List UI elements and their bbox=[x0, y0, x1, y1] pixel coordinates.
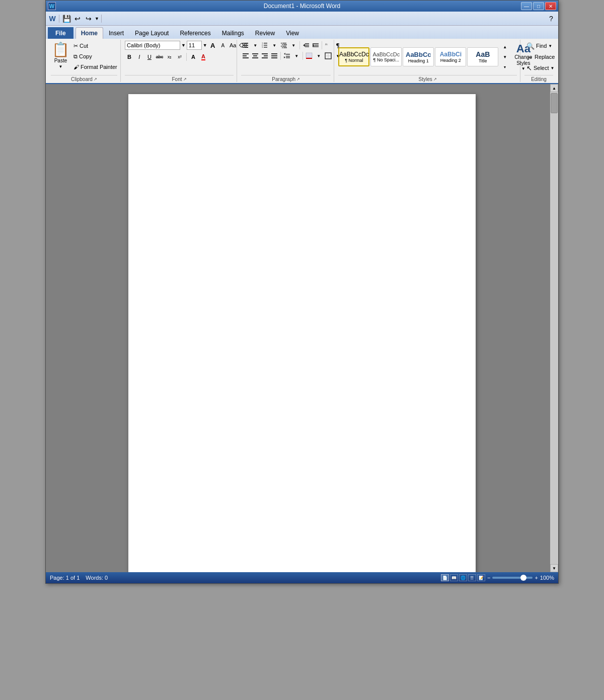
font-expand-icon[interactable]: ↗ bbox=[183, 77, 187, 82]
save-button[interactable]: 💾 bbox=[61, 14, 71, 24]
strikethrough-button[interactable]: abc bbox=[155, 52, 164, 61]
help-icon[interactable]: ? bbox=[546, 14, 556, 24]
sort-button[interactable]: A↑ bbox=[324, 41, 333, 50]
paragraph-group: ▼ 1.2.3. ▼ ▼ bbox=[238, 40, 334, 82]
gallery-down-button[interactable]: ▼ bbox=[500, 52, 509, 61]
align-center-button[interactable] bbox=[251, 51, 260, 60]
zoom-bar: − + 100% bbox=[487, 575, 554, 581]
style-heading1[interactable]: AaBbCc Heading 1 bbox=[403, 47, 434, 66]
tab-references[interactable]: References bbox=[174, 27, 216, 39]
find-dropdown[interactable]: ▼ bbox=[548, 44, 552, 48]
style-no-spacing[interactable]: AaBbCcDc ¶ No Spaci... bbox=[370, 47, 402, 66]
style-normal[interactable]: AaBbCcDc ¶ Normal bbox=[338, 47, 369, 66]
quick-access-toolbar: W 💾 ↩ ↪ ▼ ? bbox=[46, 12, 558, 26]
styles-expand-icon[interactable]: ↗ bbox=[433, 77, 437, 82]
view-full-reading[interactable]: 📖 bbox=[450, 574, 458, 581]
font-size-input[interactable] bbox=[187, 41, 202, 50]
close-button[interactable]: ✕ bbox=[545, 2, 556, 10]
select-button[interactable]: ↖ Select ▼ bbox=[524, 63, 557, 73]
line-spacing-dropdown[interactable]: ▼ bbox=[292, 51, 301, 60]
numbering-dropdown[interactable]: ▼ bbox=[270, 41, 279, 50]
scroll-up-button[interactable]: ▲ bbox=[550, 84, 558, 92]
qat-separator-2 bbox=[101, 15, 102, 23]
align-right-button[interactable] bbox=[260, 51, 269, 60]
tab-view[interactable]: View bbox=[280, 27, 305, 39]
style-heading2[interactable]: AaBbCi Heading 2 bbox=[435, 47, 466, 66]
scroll-down-button[interactable]: ▼ bbox=[550, 564, 558, 572]
paragraph-expand-icon[interactable]: ↗ bbox=[296, 77, 300, 82]
line-spacing-button[interactable] bbox=[282, 51, 291, 60]
change-case-button[interactable]: Aa bbox=[229, 41, 238, 50]
view-draft[interactable]: 📝 bbox=[477, 574, 485, 581]
bullets-button[interactable] bbox=[241, 41, 250, 50]
tab-file[interactable]: File bbox=[48, 27, 73, 39]
maximize-button[interactable]: □ bbox=[533, 2, 544, 10]
bold-button[interactable]: B bbox=[125, 52, 134, 61]
subscript-button[interactable]: x₂ bbox=[165, 52, 174, 61]
text-highlight-button[interactable]: A bbox=[189, 52, 198, 61]
redo-button[interactable]: ↪ bbox=[84, 14, 94, 24]
tab-home[interactable]: Home bbox=[76, 27, 103, 39]
tab-insert[interactable]: Insert bbox=[103, 27, 129, 39]
undo-button[interactable]: ↩ bbox=[72, 14, 83, 24]
multilevel-dropdown[interactable]: ▼ bbox=[289, 41, 298, 50]
document-area: ▲ ▼ bbox=[46, 84, 558, 572]
font-name-input[interactable] bbox=[125, 41, 180, 50]
paste-icon: 📋 bbox=[52, 43, 69, 57]
increase-indent-button[interactable] bbox=[311, 41, 320, 50]
qat-customize-dropdown[interactable]: ▼ bbox=[95, 16, 99, 21]
paste-button[interactable]: 📋 Paste ▼ bbox=[51, 41, 70, 71]
svg-rect-4 bbox=[243, 47, 244, 48]
select-dropdown[interactable]: ▼ bbox=[551, 66, 555, 70]
minimize-button[interactable]: — bbox=[521, 2, 532, 10]
superscript-button[interactable]: x² bbox=[175, 52, 184, 61]
zoom-slider-thumb[interactable] bbox=[520, 575, 526, 581]
grow-font-button[interactable]: A bbox=[208, 41, 217, 50]
style-title[interactable]: AaB Title bbox=[467, 47, 498, 66]
document-page[interactable] bbox=[128, 94, 476, 572]
multilevel-button[interactable] bbox=[279, 41, 288, 50]
font-size-dropdown[interactable]: ▼ bbox=[203, 43, 207, 48]
copy-button[interactable]: ⧉ Copy bbox=[71, 51, 119, 61]
decrease-indent-button[interactable] bbox=[301, 41, 311, 50]
svg-rect-35 bbox=[262, 53, 268, 54]
copy-icon: ⧉ bbox=[73, 53, 78, 60]
zoom-slider[interactable] bbox=[492, 577, 533, 579]
tab-mailings[interactable]: Mailings bbox=[216, 27, 250, 39]
align-left-button[interactable] bbox=[241, 51, 250, 60]
find-button[interactable]: 🔍 Find ▼ bbox=[524, 41, 557, 51]
svg-rect-32 bbox=[252, 53, 258, 54]
view-outline[interactable]: ☰ bbox=[468, 574, 476, 581]
numbering-button[interactable]: 1.2.3. bbox=[260, 41, 269, 50]
svg-rect-25 bbox=[313, 43, 319, 44]
bullets-dropdown[interactable]: ▼ bbox=[251, 41, 260, 50]
italic-button[interactable]: I bbox=[135, 52, 144, 61]
gallery-more-button[interactable]: ▾ bbox=[500, 62, 509, 71]
font-sep bbox=[186, 53, 187, 61]
view-web-layout[interactable]: 🌐 bbox=[459, 574, 467, 581]
cut-button[interactable]: ✂ Cut bbox=[71, 41, 119, 51]
shading-dropdown[interactable]: ▼ bbox=[314, 51, 323, 60]
borders-button[interactable] bbox=[324, 51, 333, 60]
zoom-minus-button[interactable]: − bbox=[487, 575, 490, 581]
view-print-layout[interactable]: 📄 bbox=[441, 574, 449, 581]
tab-review[interactable]: Review bbox=[250, 27, 280, 39]
replace-icon: ↔ bbox=[526, 53, 533, 61]
gallery-up-button[interactable]: ▲ bbox=[500, 42, 509, 51]
styles-group-content: AaBbCcDc ¶ Normal AaBbCcDc ¶ No Spaci...… bbox=[338, 40, 517, 74]
scroll-thumb[interactable] bbox=[551, 93, 558, 113]
font-group-content: ▼ ▼ A A Aa ⌫ B I U abc x₂ x² bbox=[125, 40, 234, 74]
svg-rect-2 bbox=[243, 45, 244, 46]
underline-button[interactable]: U bbox=[145, 52, 154, 61]
font-name-dropdown[interactable]: ▼ bbox=[181, 43, 186, 48]
format-painter-button[interactable]: 🖌 Format Painter bbox=[71, 62, 119, 72]
replace-button[interactable]: ↔ Replace bbox=[524, 52, 557, 62]
font-color-button[interactable]: A bbox=[199, 52, 208, 61]
zoom-plus-button[interactable]: + bbox=[535, 575, 538, 581]
scrollbar-vertical[interactable]: ▲ ▼ bbox=[550, 84, 558, 572]
shading-button[interactable] bbox=[305, 51, 314, 60]
justify-button[interactable] bbox=[270, 51, 279, 60]
tab-page-layout[interactable]: Page Layout bbox=[129, 27, 174, 39]
clipboard-expand-icon[interactable]: ↗ bbox=[94, 77, 97, 82]
shrink-font-button[interactable]: A bbox=[218, 41, 228, 50]
